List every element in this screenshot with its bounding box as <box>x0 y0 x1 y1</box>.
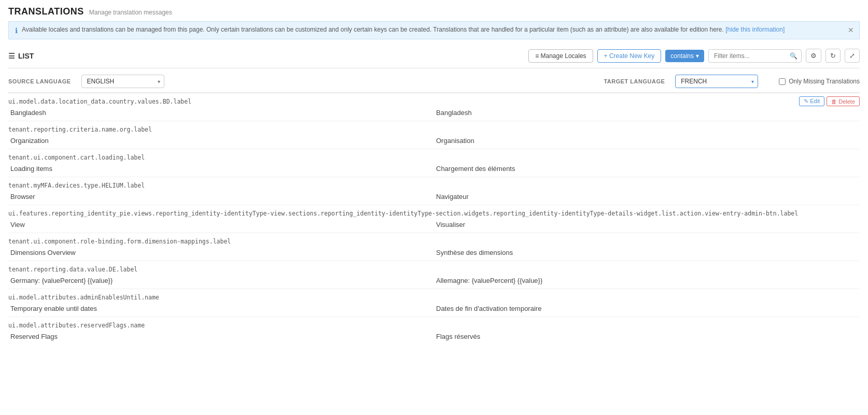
source-language-select[interactable]: ENGLISH FRENCH GERMAN SPANISH <box>81 75 164 88</box>
target-value: Navigateur <box>434 193 860 201</box>
translation-key: tenant.myMFA.devices.type.HELIUM.label <box>8 182 145 189</box>
source-value: Dimensions Overview <box>8 249 434 256</box>
delete-button[interactable]: 🗑 Delete <box>827 96 860 106</box>
target-language-label: TARGET LANGUAGE <box>604 78 665 84</box>
list-icon: ☰ <box>8 52 15 60</box>
only-missing-checkbox[interactable] <box>779 78 786 85</box>
settings-button[interactable]: ⚙ <box>806 49 821 63</box>
info-icon: ℹ <box>15 26 18 35</box>
translation-key: tenant.reporting.criteria.name.org.label <box>8 126 152 133</box>
table-row: ui.features.reporting_identity_pie.views… <box>8 205 860 233</box>
info-banner: ℹ Available locales and translations can… <box>8 21 860 39</box>
table-row: tenant.ui.component.role-binding.form.di… <box>8 233 860 261</box>
source-value: Organization <box>8 137 434 145</box>
table-row: ui.model.attributes.adminEnablesUntil.na… <box>8 289 860 317</box>
info-text: Available locales and translations can b… <box>22 26 785 33</box>
target-language-select-wrapper: FRENCH ENGLISH GERMAN SPANISH ▾ <box>675 75 758 88</box>
table-row: tenant.myMFA.devices.type.HELIUM.label✎ … <box>8 177 860 205</box>
delete-button[interactable]: 🗑 Delete <box>827 264 860 274</box>
close-icon[interactable]: ✕ <box>848 26 854 34</box>
source-value: Browser <box>8 193 434 201</box>
source-value: Germany: {valuePercent} {{value}} <box>8 277 434 284</box>
delete-button[interactable]: 🗑 Delete <box>827 124 860 134</box>
manage-locales-button[interactable]: ≡ Manage Locales <box>528 49 593 63</box>
target-value: Organisation <box>434 137 860 145</box>
edit-button[interactable]: ✎ Edit <box>799 96 824 106</box>
edit-button[interactable]: ✎ Edit <box>799 124 824 134</box>
edit-button[interactable]: ✎ Edit <box>799 152 824 162</box>
source-value: Temporary enable until dates <box>8 305 434 312</box>
source-value: Loading items <box>8 165 434 173</box>
edit-button[interactable]: ✎ Edit <box>799 236 824 246</box>
translation-key: tenant.ui.component.cart.loading.label <box>8 154 145 161</box>
source-language-label: SOURCE LANGUAGE <box>8 78 71 84</box>
target-value: Visualiser <box>434 221 860 228</box>
edit-button[interactable]: ✎ Edit <box>799 264 824 274</box>
edit-button[interactable]: ✎ Edit <box>799 320 824 330</box>
source-language-select-wrapper: ENGLISH FRENCH GERMAN SPANISH ▾ <box>81 75 164 88</box>
table-row: ui.model.data.location_data.country.valu… <box>8 93 860 121</box>
search-icon: 🔍 <box>790 52 797 60</box>
delete-button[interactable]: 🗑 Delete <box>827 208 860 218</box>
refresh-button[interactable]: ↻ <box>825 49 841 63</box>
only-missing-wrapper: Only Missing Translations <box>779 78 860 85</box>
chevron-down-icon: ▾ <box>696 52 699 60</box>
target-value: Chargement des éléments <box>434 165 860 173</box>
delete-button[interactable]: 🗑 Delete <box>827 292 860 302</box>
delete-button[interactable]: 🗑 Delete <box>827 180 860 190</box>
create-new-key-button[interactable]: + Create New Key <box>597 49 662 63</box>
table-row: tenant.ui.component.cart.loading.label✎ … <box>8 149 860 177</box>
table-row: tenant.reporting.criteria.name.org.label… <box>8 121 860 149</box>
delete-button[interactable]: 🗑 Delete <box>827 320 860 330</box>
translation-key: ui.features.reporting_identity_pie.views… <box>8 210 798 217</box>
expand-button[interactable]: ⤢ <box>845 49 860 63</box>
filters-row: SOURCE LANGUAGE ENGLISH FRENCH GERMAN SP… <box>8 68 860 93</box>
source-value: Bangladesh <box>8 109 434 117</box>
list-label: ☰ LIST <box>8 52 34 60</box>
translation-key: ui.model.data.location_data.country.valu… <box>8 98 191 105</box>
target-language-select[interactable]: FRENCH ENGLISH GERMAN SPANISH <box>675 75 758 88</box>
source-value: View <box>8 221 434 228</box>
page-header: TRANSLATIONS Manage translation messages <box>0 0 868 21</box>
only-missing-label: Only Missing Translations <box>789 78 860 85</box>
translation-key: ui.model.attributes.reservedFlags.name <box>8 322 145 329</box>
contains-button[interactable]: contains ▾ <box>665 50 704 62</box>
hide-info-link[interactable]: [hide this information] <box>725 26 785 33</box>
toolbar-right: ≡ Manage Locales + Create New Key contai… <box>528 49 860 63</box>
translation-key: ui.model.attributes.adminEnablesUntil.na… <box>8 294 159 301</box>
table-row: ui.model.attributes.reservedFlags.name✎ … <box>8 317 860 345</box>
filter-input[interactable] <box>708 49 802 63</box>
target-value: Synthèse des dimensions <box>434 249 860 256</box>
edit-button[interactable]: ✎ Edit <box>799 292 824 302</box>
target-value: Allemagne: {valuePercent} {{value}} <box>434 277 860 284</box>
target-value: Flags réservés <box>434 333 860 340</box>
list-toolbar: ☰ LIST ≡ Manage Locales + Create New Key… <box>8 44 860 68</box>
delete-button[interactable]: 🗑 Delete <box>827 236 860 246</box>
source-value: Reserved Flags <box>8 333 434 340</box>
edit-button[interactable]: ✎ Edit <box>799 208 824 218</box>
table-row: tenant.reporting.data.value.DE.label✎ Ed… <box>8 261 860 289</box>
page-title: TRANSLATIONS <box>8 6 84 17</box>
page-subtitle: Manage translation messages <box>89 9 172 16</box>
target-value: Dates de fin d'activation temporaire <box>434 305 860 312</box>
target-value: Bangladesh <box>434 109 860 117</box>
row-actions: ✎ Edit🗑 Delete <box>799 96 860 106</box>
translation-table: ui.model.data.location_data.country.valu… <box>8 93 860 345</box>
translation-key: tenant.ui.component.role-binding.form.di… <box>8 238 231 245</box>
delete-button[interactable]: 🗑 Delete <box>827 152 860 162</box>
filter-search-wrapper: 🔍 <box>708 49 802 63</box>
translation-key: tenant.reporting.data.value.DE.label <box>8 266 137 273</box>
edit-button[interactable]: ✎ Edit <box>799 180 824 190</box>
